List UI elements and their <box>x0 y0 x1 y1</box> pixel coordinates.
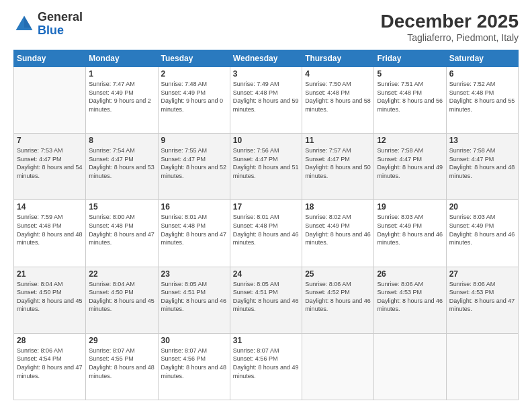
location: Tagliaferro, Piedmont, Italy <box>381 32 519 43</box>
calendar-cell: 5Sunrise: 7:51 AMSunset: 4:48 PMDaylight… <box>374 67 446 134</box>
logo-text: General Blue <box>38 11 83 38</box>
day-number: 14 <box>17 202 83 212</box>
day-info: Sunrise: 8:01 AMSunset: 4:48 PMDaylight:… <box>233 213 299 246</box>
day-info: Sunrise: 8:03 AMSunset: 4:49 PMDaylight:… <box>377 213 443 246</box>
day-number: 7 <box>17 136 83 145</box>
day-info: Sunrise: 8:07 AMSunset: 4:56 PMDaylight:… <box>233 347 299 380</box>
day-number: 21 <box>17 269 83 279</box>
day-number: 8 <box>89 136 154 145</box>
day-info: Sunrise: 7:56 AMSunset: 4:47 PMDaylight:… <box>233 146 299 180</box>
calendar-cell: 17Sunrise: 8:01 AMSunset: 4:48 PMDayligh… <box>230 200 302 267</box>
day-info: Sunrise: 8:03 AMSunset: 4:49 PMDaylight:… <box>449 213 515 246</box>
day-info: Sunrise: 7:59 AMSunset: 4:48 PMDaylight:… <box>17 213 83 246</box>
day-info: Sunrise: 8:04 AMSunset: 4:50 PMDaylight:… <box>89 280 154 314</box>
day-number: 3 <box>233 69 299 79</box>
day-info: Sunrise: 8:00 AMSunset: 4:48 PMDaylight:… <box>89 213 154 246</box>
day-info: Sunrise: 8:07 AMSunset: 4:56 PMDaylight:… <box>161 347 227 380</box>
calendar-cell: 23Sunrise: 8:05 AMSunset: 4:51 PMDayligh… <box>158 267 230 333</box>
day-number: 11 <box>305 136 371 145</box>
calendar-cell: 10Sunrise: 7:56 AMSunset: 4:47 PMDayligh… <box>230 134 302 200</box>
day-info: Sunrise: 8:06 AMSunset: 4:54 PMDaylight:… <box>17 347 83 380</box>
calendar-cell: 30Sunrise: 8:07 AMSunset: 4:56 PMDayligh… <box>158 333 230 400</box>
day-info: Sunrise: 8:05 AMSunset: 4:51 PMDaylight:… <box>233 280 299 314</box>
calendar-cell: 14Sunrise: 7:59 AMSunset: 4:48 PMDayligh… <box>14 200 86 267</box>
day-number: 1 <box>89 69 154 79</box>
calendar-cell <box>14 67 86 134</box>
svg-marker-1 <box>24 15 32 28</box>
weekday-header: Friday <box>374 50 446 67</box>
day-info: Sunrise: 7:58 AMSunset: 4:47 PMDaylight:… <box>377 146 443 180</box>
calendar: SundayMondayTuesdayWednesdayThursdayFrid… <box>13 50 519 400</box>
calendar-cell: 12Sunrise: 7:58 AMSunset: 4:47 PMDayligh… <box>374 134 446 200</box>
day-info: Sunrise: 7:47 AMSunset: 4:49 PMDaylight:… <box>89 80 154 113</box>
day-info: Sunrise: 7:52 AMSunset: 4:48 PMDaylight:… <box>449 80 515 113</box>
day-info: Sunrise: 8:06 AMSunset: 4:53 PMDaylight:… <box>449 280 515 314</box>
day-info: Sunrise: 8:07 AMSunset: 4:55 PMDaylight:… <box>89 347 154 380</box>
day-info: Sunrise: 7:49 AMSunset: 4:48 PMDaylight:… <box>233 80 299 113</box>
month-title: December 2025 <box>381 11 519 32</box>
logo: General Blue <box>13 11 83 38</box>
day-number: 6 <box>449 69 515 79</box>
calendar-cell: 6Sunrise: 7:52 AMSunset: 4:48 PMDaylight… <box>446 67 518 134</box>
day-info: Sunrise: 7:58 AMSunset: 4:47 PMDaylight:… <box>449 146 515 180</box>
day-number: 17 <box>233 202 299 212</box>
day-number: 24 <box>233 269 299 279</box>
day-number: 9 <box>161 136 227 145</box>
calendar-cell: 21Sunrise: 8:04 AMSunset: 4:50 PMDayligh… <box>14 267 86 333</box>
day-number: 26 <box>377 269 443 279</box>
day-number: 12 <box>377 136 443 145</box>
day-info: Sunrise: 8:06 AMSunset: 4:52 PMDaylight:… <box>305 280 371 314</box>
day-number: 22 <box>89 269 154 279</box>
day-info: Sunrise: 8:04 AMSunset: 4:50 PMDaylight:… <box>17 280 83 314</box>
weekday-header: Thursday <box>302 50 374 67</box>
day-number: 4 <box>305 69 371 79</box>
day-number: 16 <box>161 202 227 212</box>
day-number: 29 <box>89 336 154 345</box>
calendar-cell: 3Sunrise: 7:49 AMSunset: 4:48 PMDaylight… <box>230 67 302 134</box>
day-number: 23 <box>161 269 227 279</box>
calendar-cell: 29Sunrise: 8:07 AMSunset: 4:55 PMDayligh… <box>86 333 158 400</box>
title-area: December 2025 Tagliaferro, Piedmont, Ita… <box>381 11 519 43</box>
calendar-cell: 26Sunrise: 8:06 AMSunset: 4:53 PMDayligh… <box>374 267 446 333</box>
day-info: Sunrise: 8:06 AMSunset: 4:53 PMDaylight:… <box>377 280 443 314</box>
logo-blue: Blue <box>38 24 83 38</box>
day-info: Sunrise: 8:02 AMSunset: 4:49 PMDaylight:… <box>305 213 371 246</box>
calendar-cell <box>302 333 374 400</box>
day-number: 25 <box>305 269 371 279</box>
day-info: Sunrise: 7:51 AMSunset: 4:48 PMDaylight:… <box>377 80 443 113</box>
logo-icon <box>13 13 35 35</box>
calendar-cell: 4Sunrise: 7:50 AMSunset: 4:48 PMDaylight… <box>302 67 374 134</box>
calendar-cell: 1Sunrise: 7:47 AMSunset: 4:49 PMDaylight… <box>86 67 158 134</box>
day-number: 18 <box>305 202 371 212</box>
day-number: 15 <box>89 202 154 212</box>
day-number: 20 <box>449 202 515 212</box>
day-number: 28 <box>17 336 83 345</box>
day-number: 30 <box>161 336 227 345</box>
calendar-cell: 9Sunrise: 7:55 AMSunset: 4:47 PMDaylight… <box>158 134 230 200</box>
weekday-header: Saturday <box>446 50 518 67</box>
day-info: Sunrise: 7:50 AMSunset: 4:48 PMDaylight:… <box>305 80 371 113</box>
weekday-header: Wednesday <box>230 50 302 67</box>
day-info: Sunrise: 7:54 AMSunset: 4:47 PMDaylight:… <box>89 146 154 180</box>
weekday-header: Sunday <box>14 50 86 67</box>
calendar-cell: 22Sunrise: 8:04 AMSunset: 4:50 PMDayligh… <box>86 267 158 333</box>
header: General Blue December 2025 Tagliaferro, … <box>13 11 519 43</box>
day-info: Sunrise: 8:05 AMSunset: 4:51 PMDaylight:… <box>161 280 227 314</box>
calendar-cell <box>446 333 518 400</box>
calendar-cell: 15Sunrise: 8:00 AMSunset: 4:48 PMDayligh… <box>86 200 158 267</box>
calendar-cell: 13Sunrise: 7:58 AMSunset: 4:47 PMDayligh… <box>446 134 518 200</box>
day-info: Sunrise: 7:55 AMSunset: 4:47 PMDaylight:… <box>161 146 227 180</box>
day-number: 19 <box>377 202 443 212</box>
day-info: Sunrise: 7:53 AMSunset: 4:47 PMDaylight:… <box>17 146 83 180</box>
calendar-cell <box>374 333 446 400</box>
weekday-header: Tuesday <box>158 50 230 67</box>
day-info: Sunrise: 8:01 AMSunset: 4:48 PMDaylight:… <box>161 213 227 246</box>
day-number: 31 <box>233 336 299 345</box>
calendar-cell: 11Sunrise: 7:57 AMSunset: 4:47 PMDayligh… <box>302 134 374 200</box>
calendar-cell: 19Sunrise: 8:03 AMSunset: 4:49 PMDayligh… <box>374 200 446 267</box>
day-number: 5 <box>377 69 443 79</box>
day-number: 27 <box>449 269 515 279</box>
calendar-cell: 20Sunrise: 8:03 AMSunset: 4:49 PMDayligh… <box>446 200 518 267</box>
calendar-cell: 25Sunrise: 8:06 AMSunset: 4:52 PMDayligh… <box>302 267 374 333</box>
weekday-header: Monday <box>86 50 158 67</box>
